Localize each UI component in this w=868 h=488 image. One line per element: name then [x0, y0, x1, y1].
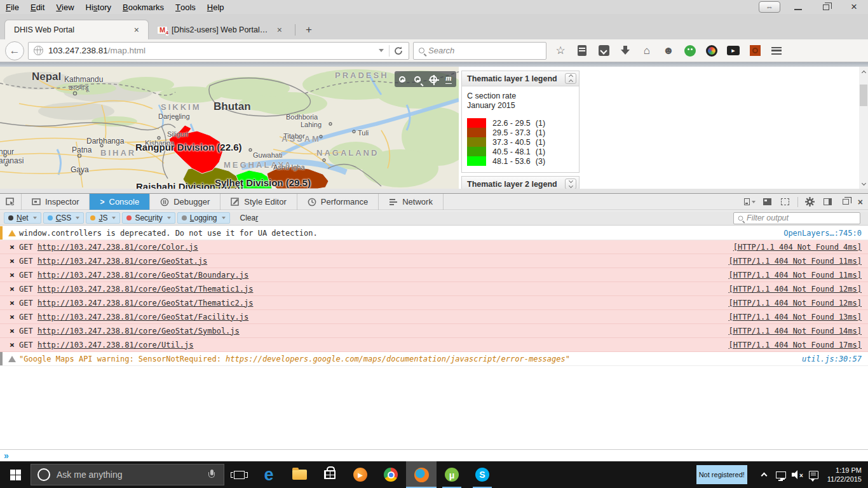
- downloads-icon[interactable]: [619, 44, 632, 57]
- page-scrollbar[interactable]: [859, 67, 868, 189]
- microphone-icon[interactable]: [208, 470, 215, 480]
- filter-net[interactable]: Net: [4, 212, 41, 224]
- split-console-icon[interactable]: [762, 197, 773, 207]
- devtools-tab-console[interactable]: >Console: [90, 194, 150, 210]
- openlayers-map[interactable]: NepalKathmanduकाठमांडूSIKKIMDarjeelingBh…: [0, 67, 459, 189]
- request-url-link[interactable]: http://103.247.238.81/core/GeoStat/Bound…: [37, 271, 248, 280]
- console-input-line[interactable]: »: [0, 449, 868, 461]
- menu-view[interactable]: View: [50, 0, 79, 14]
- taskbar-app-media-player[interactable]: ▶: [345, 461, 376, 488]
- menu-file[interactable]: File: [0, 0, 25, 14]
- clear-button[interactable]: Clear: [232, 212, 267, 224]
- taskbar-app-utorrent[interactable]: µ: [437, 461, 467, 488]
- http-status-link[interactable]: [HTTP/1.1 404 Not Found 13ms]: [728, 313, 868, 322]
- youtube-extension-icon[interactable]: ▶: [727, 44, 740, 57]
- http-status-link[interactable]: [HTTP/1.1 404 Not Found 17ms]: [728, 341, 868, 349]
- start-button[interactable]: [0, 461, 31, 488]
- task-view-button[interactable]: [224, 461, 254, 488]
- responsive-mode-icon[interactable]: [780, 197, 791, 207]
- source-link[interactable]: util.js:30:57: [802, 355, 868, 363]
- pick-element-button[interactable]: [0, 194, 22, 210]
- minimize-button[interactable]: [784, 0, 812, 14]
- source-link[interactable]: OpenLayers…:745:0: [783, 229, 868, 238]
- devtools-tab-performance[interactable]: Performance: [297, 194, 379, 210]
- http-status-link[interactable]: [HTTP/1.1 404 Not Found 4ms]: [733, 243, 868, 252]
- taskbar-clock[interactable]: 1:19 PM 11/22/2015: [822, 466, 868, 484]
- zoom-in-icon[interactable]: [397, 74, 408, 85]
- scroll-down-arrow[interactable]: [859, 179, 868, 189]
- browser-tab-2[interactable]: M4[Dhis2-users] Web Portal ...×: [148, 20, 291, 39]
- new-tab-button[interactable]: +: [299, 22, 318, 38]
- measure-icon[interactable]: m: [443, 74, 454, 85]
- devtools-tab-style-editor[interactable]: Style Editor: [220, 194, 297, 210]
- taskbar-app-edge[interactable]: e: [254, 461, 284, 488]
- http-status-link[interactable]: [HTTP/1.1 404 Not Found 11ms]: [728, 257, 868, 266]
- request-url-link[interactable]: http://103.247.238.81/core/GeoStat/Thema…: [37, 285, 254, 294]
- reload-icon[interactable]: [393, 46, 403, 56]
- taskbar-app-firefox[interactable]: [406, 461, 437, 488]
- browser-tab-1[interactable]: DHIS Web Portal×: [5, 20, 148, 39]
- undock-window-icon[interactable]: [840, 197, 851, 207]
- reset-position-icon[interactable]: [428, 74, 439, 85]
- devtools-close-icon[interactable]: ×: [858, 197, 863, 207]
- resize-button[interactable]: ⇔: [759, 1, 780, 13]
- network-icon[interactable]: [773, 471, 789, 478]
- smiley-extension-icon[interactable]: ☻: [662, 44, 675, 57]
- filter-logging[interactable]: Logging: [177, 212, 230, 224]
- orange-extension-icon[interactable]: [749, 44, 761, 57]
- menu-edit[interactable]: Edit: [25, 0, 50, 14]
- tab-close-icon[interactable]: ×: [275, 24, 285, 36]
- restore-button[interactable]: [812, 0, 840, 14]
- google-warning-link[interactable]: https://developers.google.com/maps/docum…: [226, 355, 566, 363]
- legend-panel-header[interactable]: Thematic layer 1 legend: [462, 71, 579, 86]
- toggle-sidebar-icon[interactable]: [822, 197, 834, 207]
- legend-panel-header[interactable]: Thematic layer 2 legend: [462, 177, 579, 189]
- back-button[interactable]: ←: [5, 41, 24, 60]
- hangouts-extension-icon[interactable]: [684, 44, 696, 57]
- filter-js[interactable]: JS: [86, 212, 120, 224]
- taskbar-app-file-explorer[interactable]: [284, 461, 315, 488]
- zoom-out-icon[interactable]: [412, 74, 423, 85]
- devtools-tab-debugger[interactable]: Debugger: [150, 194, 220, 210]
- bookmark-star-icon[interactable]: ☆: [554, 44, 567, 57]
- request-url-link[interactable]: http://103.247.238.81/core/GeoStat.js: [37, 257, 207, 266]
- tab-close-icon[interactable]: ×: [132, 24, 142, 36]
- expand-icon[interactable]: [565, 179, 576, 189]
- cortana-search-box[interactable]: Ask me anything: [31, 464, 224, 485]
- site-identity-icon[interactable]: [34, 46, 43, 55]
- menu-history[interactable]: History: [80, 0, 117, 14]
- request-url-link[interactable]: http://103.247.238.81/core/GeoStat/Symbo…: [37, 327, 240, 336]
- devtools-tab-inspector[interactable]: Inspector: [22, 194, 90, 210]
- taskbar-app-chrome[interactable]: [376, 461, 406, 488]
- devtools-tab-network[interactable]: Network: [379, 194, 444, 210]
- request-url-link[interactable]: http://103.247.238.81/core/Util.js: [37, 341, 194, 349]
- menu-hamburger-icon[interactable]: [770, 44, 783, 57]
- tray-chevron-up-icon[interactable]: [756, 471, 773, 478]
- clipboard-extension-icon[interactable]: [576, 44, 588, 57]
- filter-security[interactable]: Security: [122, 212, 175, 224]
- http-status-link[interactable]: [HTTP/1.1 404 Not Found 14ms]: [728, 327, 868, 336]
- http-status-link[interactable]: [HTTP/1.1 404 Not Found 12ms]: [728, 299, 868, 308]
- http-status-link[interactable]: [HTTP/1.1 404 Not Found 12ms]: [728, 285, 868, 294]
- filter-css[interactable]: CSS: [43, 212, 85, 224]
- scroll-up-arrow[interactable]: [859, 67, 868, 76]
- action-center-icon[interactable]: [806, 471, 822, 479]
- collapse-icon[interactable]: [565, 73, 576, 84]
- taskbar-app-store[interactable]: [315, 461, 345, 488]
- pocket-icon[interactable]: [597, 44, 610, 57]
- menu-help[interactable]: Help: [201, 0, 230, 14]
- volume-muted-icon[interactable]: ×: [789, 470, 806, 479]
- scroll-thumb[interactable]: [860, 85, 867, 106]
- taskbar-app-skype[interactable]: S: [467, 461, 498, 488]
- select-iframe-icon[interactable]: [744, 197, 756, 207]
- filter-output-input[interactable]: Filter output: [733, 212, 860, 224]
- home-icon[interactable]: ⌂: [641, 44, 653, 57]
- search-bar[interactable]: Search: [413, 42, 546, 60]
- close-button[interactable]: ×: [840, 0, 868, 14]
- not-registered-badge[interactable]: Not registered!: [696, 465, 747, 484]
- request-url-link[interactable]: http://103.247.238.81/core/GeoStat/Thema…: [37, 299, 254, 308]
- menu-tools[interactable]: Tools: [170, 0, 201, 14]
- request-url-link[interactable]: http://103.247.238.81/core/Color.js: [37, 243, 198, 252]
- menu-bookmarks[interactable]: Bookmarks: [117, 0, 170, 14]
- http-status-link[interactable]: [HTTP/1.1 404 Not Found 11ms]: [728, 271, 868, 280]
